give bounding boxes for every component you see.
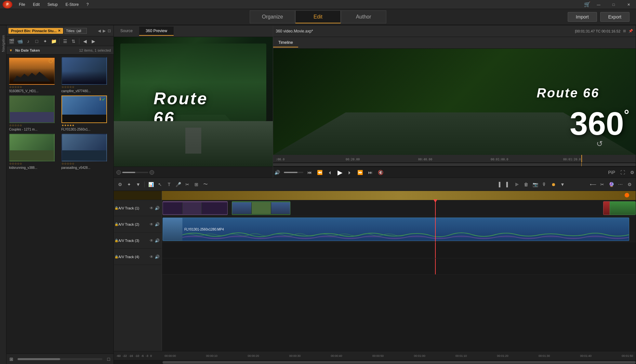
- export-button[interactable]: Export: [600, 12, 629, 22]
- titles-selector[interactable]: Titles: (all: [64, 28, 87, 34]
- timeline-pin-icon[interactable]: 📌: [629, 29, 633, 33]
- eye-icon-2[interactable]: 👁: [150, 222, 153, 227]
- tl-wave-btn[interactable]: 〜: [202, 181, 209, 188]
- list-item[interactable]: ☆☆☆☆☆ 91608675_V_HD1...: [9, 57, 59, 93]
- track-lane-2[interactable]: FLY01301-2560x1280.MP4: [162, 216, 636, 242]
- tl-trim-btn[interactable]: ✂: [184, 181, 191, 188]
- menu-help[interactable]: ?: [85, 2, 90, 7]
- list-item[interactable]: ✔ ℹ ★★★★★ FLY01301-2560x1...: [61, 95, 111, 131]
- tl-cursor-btn[interactable]: ↖: [156, 181, 164, 188]
- tl-in-marker[interactable]: ▐: [495, 181, 502, 188]
- toolbar-sort-btn[interactable]: ⇅: [70, 38, 77, 45]
- fast-fwd-btn[interactable]: ⏩: [356, 169, 364, 176]
- timeline-scroll-thumb[interactable]: [163, 361, 636, 364]
- toolbar-list-btn[interactable]: ☰: [61, 38, 69, 45]
- tl-minimap[interactable]: [273, 163, 636, 167]
- group-toggle[interactable]: ▼: [9, 48, 13, 52]
- lock-icon-1[interactable]: 🔒: [114, 206, 118, 210]
- audio-icon-4[interactable]: 🔊: [155, 255, 160, 259]
- list-item[interactable]: ☆☆☆☆☆ kidsrunning_v388...: [9, 134, 59, 169]
- volume-icon[interactable]: 🔊: [273, 169, 281, 176]
- lock-icon-4[interactable]: 🔒: [114, 255, 118, 258]
- tl-voice2-btn[interactable]: 🎙: [541, 181, 548, 188]
- track-clip-green-2[interactable]: [610, 201, 636, 215]
- tab-360-preview[interactable]: 360 Preview: [139, 27, 174, 36]
- panel-grid-view[interactable]: ⊞: [8, 356, 15, 363]
- panel-zoom-slider[interactable]: [18, 358, 102, 360]
- tl-chart-btn[interactable]: 📊: [147, 181, 154, 188]
- audio-icon-3[interactable]: 🔊: [155, 238, 160, 243]
- menu-setup[interactable]: Setup: [46, 2, 59, 7]
- toolbar-photo-btn[interactable]: □: [33, 38, 40, 45]
- track-clip-green-1[interactable]: [232, 201, 290, 215]
- eye-icon-3[interactable]: 👁: [150, 238, 153, 243]
- eye-icon-1[interactable]: 👁: [150, 206, 153, 210]
- toolbar-music-btn[interactable]: ♪: [25, 38, 32, 45]
- minimize-button[interactable]: —: [591, 0, 606, 9]
- list-item[interactable]: ☆☆☆☆☆ parasailing_v5428...: [61, 134, 111, 169]
- toolbar-video-btn[interactable]: 📹: [16, 38, 23, 45]
- tl-title-btn[interactable]: T: [166, 181, 173, 188]
- panel-nav-expand[interactable]: ⊡: [107, 28, 112, 34]
- back-btn[interactable]: ⏴: [326, 169, 334, 176]
- mute-btn[interactable]: 🔇: [377, 169, 385, 176]
- toolbar-folder-btn[interactable]: 📁: [50, 38, 57, 45]
- tab-timeline[interactable]: Timeline: [273, 38, 298, 47]
- tl-grid-btn[interactable]: ⊞: [193, 181, 200, 188]
- tab-source[interactable]: Source: [114, 27, 139, 36]
- menu-file[interactable]: File: [18, 2, 26, 7]
- timeline-expand-icon[interactable]: ⊞: [623, 29, 626, 33]
- toolbar-next-btn[interactable]: ▶: [90, 38, 97, 45]
- tl-voice-btn[interactable]: 🎤: [175, 181, 182, 188]
- source-zoom-out[interactable]: [116, 170, 121, 175]
- tl-delete-btn[interactable]: 🗑: [523, 181, 530, 188]
- track-lane-1[interactable]: [162, 200, 636, 216]
- list-item[interactable]: ☆☆☆☆☆ Couples - 1271 m...: [9, 95, 59, 131]
- track-lane-4[interactable]: [162, 258, 636, 275]
- tl-back-btn[interactable]: ⟵: [590, 181, 597, 188]
- menu-edit[interactable]: Edit: [32, 2, 41, 7]
- tl-record-btn[interactable]: ⏺: [550, 181, 557, 188]
- toolbar-fx-btn[interactable]: ✦: [42, 38, 49, 45]
- tab-organize[interactable]: Organize: [250, 10, 295, 23]
- play-btn[interactable]: ▶: [336, 168, 344, 177]
- tl-out-marker[interactable]: ▌: [504, 181, 511, 188]
- source-zoom-in[interactable]: [150, 170, 154, 175]
- fwd-btn[interactable]: ⏵: [346, 169, 353, 176]
- audio-icon-1[interactable]: 🔊: [155, 206, 160, 210]
- lock-icon-3[interactable]: 🔒: [114, 239, 118, 242]
- maximize-button[interactable]: □: [606, 0, 621, 9]
- panel-nav-right[interactable]: ▶: [102, 28, 106, 34]
- tl-split-btn[interactable]: ⫸: [513, 181, 521, 188]
- track-clip-blue-main[interactable]: FLY01301-2560x1280.MP4: [163, 218, 629, 241]
- cart-icon[interactable]: 🛒: [584, 1, 590, 7]
- eye-icon-4[interactable]: 👁: [150, 255, 153, 259]
- toolbar-prev-btn[interactable]: ◀: [81, 38, 88, 45]
- tl-cut-btn[interactable]: ✂: [599, 181, 606, 188]
- timeline-scrollbar[interactable]: [114, 360, 636, 364]
- fullscreen-btn[interactable]: ⛶: [619, 169, 626, 176]
- audio-icon-2[interactable]: 🔊: [155, 222, 160, 227]
- source-zoom-slider[interactable]: [122, 172, 148, 173]
- tab-edit[interactable]: Edit: [295, 10, 341, 23]
- tl-more-btn[interactable]: ⋯: [617, 181, 624, 188]
- tl-settings-btn[interactable]: ⚙: [116, 181, 124, 188]
- next-frame-btn[interactable]: ⏭: [367, 169, 374, 176]
- tl-mode-btn[interactable]: ▼: [135, 181, 142, 188]
- tl-magnet-btn[interactable]: 🔮: [608, 181, 615, 188]
- tl-extra-btn[interactable]: ⚙: [626, 181, 633, 188]
- tl-snapshot-btn[interactable]: 📷: [532, 181, 539, 188]
- menu-estore[interactable]: E-Store: [64, 2, 80, 7]
- track-clip-purple-1[interactable]: [163, 201, 228, 215]
- lock-icon-2[interactable]: 🔒: [114, 222, 118, 226]
- tl-fx-btn[interactable]: ✦: [126, 181, 133, 188]
- panel-nav-left[interactable]: ◀: [97, 28, 101, 34]
- rewind-btn[interactable]: ⏪: [316, 169, 324, 176]
- list-item[interactable]: ☆☆☆☆☆ campfire_v977480...: [61, 57, 111, 93]
- prev-frame-btn[interactable]: ⏮: [306, 169, 313, 176]
- pip-btn[interactable]: PiP: [607, 169, 616, 176]
- tl-record-arrow[interactable]: ▼: [559, 181, 566, 188]
- panel-list-view[interactable]: □: [105, 356, 112, 363]
- project-bin-tab[interactable]: Project Bin: Pinnacle Stu... ✕: [8, 28, 63, 34]
- volume-slider[interactable]: [284, 172, 303, 173]
